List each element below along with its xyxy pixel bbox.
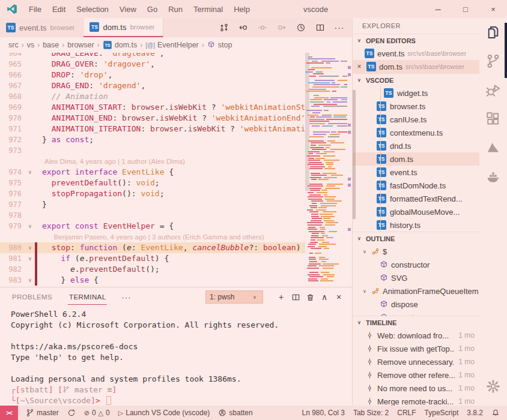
more-actions-icon[interactable]: ··· <box>334 22 345 33</box>
open-changes-icon[interactable] <box>219 22 229 33</box>
code-editor[interactable]: 964 DRAG_LEAVE: 'dragleave',965 DRAG_OVE… <box>0 53 352 287</box>
activity-source-control-icon[interactable] <box>479 47 507 76</box>
tab-terminal[interactable]: TERMINAL <box>68 290 107 305</box>
menu-help[interactable]: Help <box>228 0 255 18</box>
terminal-shell-select[interactable]: 1: pwsh ∨ <box>205 290 263 304</box>
menu-run[interactable]: Run <box>163 0 188 18</box>
close-panel-icon[interactable]: × <box>332 290 346 304</box>
code-line-967[interactable]: 967 DRAG_END: 'dragend', <box>0 80 305 91</box>
file-dom-ts[interactable]: TSdom.ts <box>353 152 479 166</box>
outline-dispose[interactable]: dispose <box>353 298 479 311</box>
file-widget-ts[interactable]: TSwidget.ts <box>353 86 479 100</box>
split-editor-icon[interactable] <box>315 22 326 33</box>
code-line-980[interactable]: 980∨ stop: function (e: EventLike, cance… <box>0 242 305 253</box>
fold-chevron-icon[interactable]: ∨ <box>25 275 35 286</box>
language-status[interactable]: TypeScript <box>420 406 463 420</box>
code-line-965[interactable]: 965 DRAG_OVER: 'dragover', <box>0 59 305 70</box>
breadcrumb-item-browser[interactable]: browser <box>67 41 94 49</box>
sidebar-scrollbar[interactable] <box>353 90 356 219</box>
kill-terminal-icon[interactable] <box>303 290 317 304</box>
section-open-editors[interactable]: ∨ OPEN EDITORS <box>353 34 479 47</box>
fold-chevron-icon[interactable]: ∨ <box>25 221 35 232</box>
code-line-971[interactable]: 971 ANIMATION_ITERATION: browser.isWebKi… <box>0 124 305 134</box>
maximize-panel-icon[interactable]: ∧ <box>317 290 332 304</box>
code-line-981[interactable]: 981∨ if (e.preventDefault) { <box>0 253 305 264</box>
code-line-983[interactable]: 983∨ } else { <box>0 275 305 286</box>
close-editor-icon[interactable]: × <box>355 62 363 71</box>
maximize-button[interactable]: □ <box>452 0 479 18</box>
outline-execute[interactable]: execute <box>353 311 479 316</box>
cursor-position-status[interactable]: Ln 980, Col 3 <box>297 406 348 420</box>
menu-selection[interactable]: Selection <box>71 0 114 18</box>
notifications-bell-icon[interactable] <box>487 406 507 420</box>
file-event-ts[interactable]: TSevent.ts <box>353 166 479 179</box>
outline-[interactable]: ∨$ <box>353 245 479 258</box>
timeline-item[interactable]: Fix issue with getTop...1 mo <box>353 342 479 355</box>
tab-size-status[interactable]: Tab Size: 2 <box>349 406 393 420</box>
breadcrumb-item-domts[interactable]: TSdom.ts <box>103 40 138 50</box>
file-dnd-ts[interactable]: TSdnd.ts <box>353 139 479 152</box>
tab-dom-ts[interactable]: TS dom.ts browser <box>83 18 163 37</box>
timeline-item[interactable]: Web: download fro...1 mo <box>353 329 479 342</box>
breadcrumb-item-base[interactable]: base <box>43 41 59 49</box>
close-button[interactable]: × <box>479 0 507 18</box>
activity-extensions-icon[interactable] <box>479 104 507 133</box>
outline-constructor[interactable]: constructor <box>353 258 479 271</box>
remote-indicator[interactable]: >< <box>0 406 18 420</box>
previous-change-icon[interactable] <box>238 22 249 33</box>
open-editor-dom-ts[interactable]: ×TSdom.tssrc\vs\base\browser <box>353 60 479 73</box>
section-outline[interactable]: ∨ OUTLINE <box>353 232 479 245</box>
file-browser-ts[interactable]: TSbrowser.ts <box>353 100 479 113</box>
minimap[interactable] <box>305 54 347 287</box>
code-line-968[interactable]: 968 // Animation <box>0 91 305 102</box>
panel-more-icon[interactable]: ··· <box>121 293 131 302</box>
timeline-item[interactable]: Remove other refere...1 mo <box>353 368 479 382</box>
menu-terminal[interactable]: Terminal <box>188 0 228 18</box>
section-folder-vscode[interactable]: ∨ VSCODE <box>353 73 479 86</box>
code-line-964[interactable]: 964 DRAG_LEAVE: 'dragleave', <box>0 53 305 59</box>
ts-version-status[interactable]: 3.8.2 <box>463 406 487 420</box>
code-line-972[interactable]: 972} as const; <box>0 134 305 145</box>
file-contextmenu-ts[interactable]: TScontextmenu.ts <box>353 126 479 139</box>
launch-task-status[interactable]: ▷ Launch VS Code (vscode) <box>114 406 214 420</box>
breadcrumb-item-vs[interactable]: vs <box>27 41 35 49</box>
code-line-970[interactable]: 970 ANIMATION_END: browser.isWebKit ? 'w… <box>0 113 305 124</box>
outline-svg[interactable]: SVG <box>353 271 479 284</box>
eol-status[interactable]: CRLF <box>393 406 420 420</box>
fold-chevron-icon[interactable]: ∨ <box>25 253 35 264</box>
activity-docker-icon[interactable] <box>479 162 507 191</box>
settings-gear-icon[interactable] <box>479 372 507 401</box>
menu-edit[interactable]: Edit <box>47 0 71 18</box>
timeline-item[interactable]: Remove unnecessary...1 mo <box>353 355 479 368</box>
breadcrumb-item-eventhelper[interactable]: [@]EventHelper <box>145 41 199 49</box>
minimize-button[interactable]: ─ <box>424 0 452 18</box>
file-canIUse-ts[interactable]: TScanIUse.ts <box>353 113 479 126</box>
account-status[interactable]: sbatten <box>214 406 257 420</box>
code-line-969[interactable]: 969 ANIMATION_START: browser.isWebKit ? … <box>0 102 305 113</box>
code-line-979[interactable]: 979∨export const EventHelper = { <box>0 221 305 232</box>
section-timeline[interactable]: ∨ TIMELINE <box>353 316 479 329</box>
timeline-item[interactable]: No more need to us...1 mo <box>353 382 479 395</box>
new-terminal-icon[interactable]: + <box>274 290 288 304</box>
branch-status[interactable]: master <box>22 406 63 420</box>
code-line-978[interactable]: 978 <box>0 210 305 221</box>
tab-event-ts[interactable]: TS event.ts browser <box>0 18 83 37</box>
fold-chevron-icon[interactable]: ∨ <box>25 167 35 178</box>
code-line-977[interactable]: 977} <box>0 199 305 210</box>
file-history-ts[interactable]: TShistory.ts <box>353 218 479 232</box>
file-globalMouseMove---[interactable]: TSglobalMouseMove... <box>353 205 479 218</box>
menu-view[interactable]: View <box>114 0 142 18</box>
menu-go[interactable]: Go <box>142 0 163 18</box>
outline-animationframequeueitem[interactable]: ∨AnimationFrameQueueItem <box>353 284 479 298</box>
timeline-history-icon[interactable] <box>296 22 306 33</box>
tab-problems[interactable]: PROBLEMS <box>11 290 53 304</box>
activity-azure-icon[interactable] <box>479 133 507 162</box>
menu-file[interactable]: File <box>23 0 47 18</box>
code-line-976[interactable]: 976 stopPropagation(): void; <box>0 188 305 199</box>
code-line-966[interactable]: 966 DROP: 'drop', <box>0 70 305 80</box>
code-line-975[interactable]: 975 preventDefault(): void; <box>0 178 305 188</box>
code-line-973[interactable]: 973 <box>0 145 305 156</box>
split-terminal-icon[interactable] <box>288 290 303 304</box>
terminal-output[interactable]: PowerShell 6.2.4Copyright (c) Microsoft … <box>0 307 352 406</box>
fold-chevron-icon[interactable]: ∨ <box>25 242 35 253</box>
